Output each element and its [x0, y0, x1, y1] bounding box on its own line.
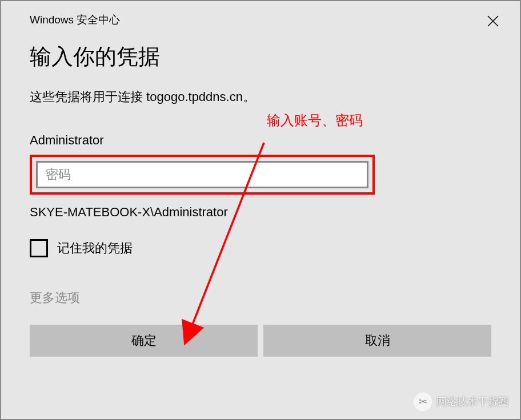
remember-checkbox[interactable] [30, 239, 48, 257]
dialog-description: 这些凭据将用于连接 togogo.tpddns.cn。 [30, 88, 491, 106]
wechat-icon: ✂ [414, 393, 432, 411]
remember-checkbox-label: 记住我的凭据 [57, 240, 133, 257]
domain-user-label: SKYE-MATEBOOK-X\Administrator [30, 205, 491, 220]
ok-button[interactable]: 确定 [30, 325, 258, 357]
password-input[interactable] [36, 161, 368, 188]
annotation-text: 输入账号、密码 [138, 111, 491, 130]
more-options-link[interactable]: 更多选项 [30, 289, 491, 306]
watermark-text: 网络技术干货圈 [436, 395, 508, 409]
close-icon [487, 15, 499, 27]
window-title: Windows 安全中心 [30, 13, 120, 27]
username-label: Administrator [30, 133, 491, 148]
cancel-button[interactable]: 取消 [263, 325, 491, 357]
close-button[interactable] [480, 13, 506, 32]
watermark: ✂ 网络技术干货圈 [414, 393, 508, 411]
annotation-highlight-box [30, 155, 375, 195]
dialog-heading: 输入你的凭据 [30, 42, 491, 71]
